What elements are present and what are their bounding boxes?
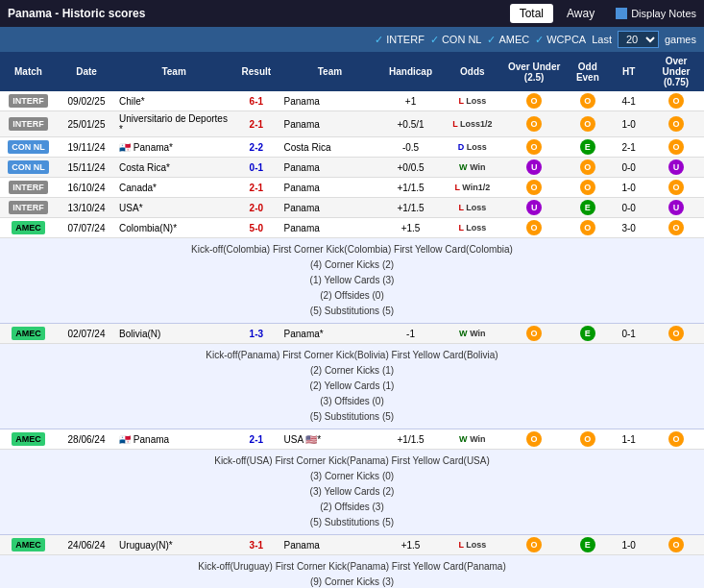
ou075-value: O: [648, 178, 704, 198]
ou25-value: O: [502, 91, 566, 111]
team1-name: 🇵🇦 Panama: [116, 429, 231, 450]
table-row: AMEC 24/06/24 Uruguay(N)* 3-1 Panama +1.…: [0, 535, 704, 555]
col-ou25: Over Under (2.5): [502, 52, 566, 91]
match-date: 09/02/25: [57, 91, 116, 111]
odd-even-value: E: [566, 535, 609, 555]
match-date: 15/11/24: [57, 158, 116, 178]
handicap-value: -1: [378, 324, 442, 344]
match-type: INTERF: [0, 91, 57, 111]
match-score: 2-0: [231, 198, 280, 218]
odds-value: W Win: [443, 158, 502, 178]
ou075-value: O: [648, 137, 704, 158]
odds-value: D Loss: [443, 137, 502, 158]
match-score: 5-0: [231, 218, 280, 238]
ou075-value: O: [648, 429, 704, 450]
ou075-value: O: [648, 91, 704, 111]
team2-name: Panama: [281, 178, 379, 198]
handicap-value: -0.5: [378, 137, 442, 158]
match-type: INTERF: [0, 178, 57, 198]
ou25-value: U: [502, 198, 566, 218]
ou25-value: O: [502, 218, 566, 238]
team2-name: Costa Rica: [281, 137, 379, 158]
col-odds: Odds: [443, 52, 502, 91]
col-team1: Team: [116, 52, 231, 91]
ou075-value: O: [648, 324, 704, 344]
filter-item-amec[interactable]: ✓ AMEC: [487, 34, 529, 46]
detail-row: Kick-off(Panama) First Corner Kick(Boliv…: [0, 344, 704, 429]
ou075-value: O: [648, 535, 704, 555]
ou075-value: O: [648, 218, 704, 238]
match-score: 1-3: [231, 324, 280, 344]
odds-value: L Loss: [443, 198, 502, 218]
match-type: INTERF: [0, 111, 57, 137]
filter-item-wcpca[interactable]: ✓ WCPCA: [535, 34, 586, 46]
match-score: 0-1: [231, 158, 280, 178]
tab-total[interactable]: Total: [510, 4, 553, 23]
filter-item-interf[interactable]: ✓ INTERF: [375, 34, 425, 46]
display-notes-toggle[interactable]: Display Notes: [616, 8, 696, 19]
match-type: AMEC: [0, 535, 57, 555]
match-date: 16/10/24: [57, 178, 116, 198]
detail-row: Kick-off(USA) First Corner Kick(Panama) …: [0, 450, 704, 535]
col-ou075: Over Under (0.75): [648, 52, 704, 91]
team2-name: Panama: [281, 91, 379, 111]
col-match: Match: [0, 52, 57, 91]
odds-value: W Win: [443, 429, 502, 450]
team1-name: Universitario de Deportes *: [116, 111, 231, 137]
odd-even-value: E: [566, 137, 609, 158]
match-type: AMEC: [0, 218, 57, 238]
table-row: AMEC 07/07/24 Colombia(N)* 5-0 Panama +1…: [0, 218, 704, 238]
team2-name: Panama: [281, 158, 379, 178]
col-date: Date: [57, 52, 116, 91]
match-date: 13/10/24: [57, 198, 116, 218]
odds-value: L Loss: [443, 218, 502, 238]
col-oe: Odd Even: [566, 52, 609, 91]
match-date: 28/06/24: [57, 429, 116, 450]
handicap-value: +0.5/1: [378, 111, 442, 137]
table-row: AMEC 28/06/24 🇵🇦 Panama 2-1 USA 🇺🇸* +1/1…: [0, 429, 704, 450]
main-table: Match Date Team Result Team Handicap Odd…: [0, 52, 704, 588]
team1-name: Bolivia(N): [116, 324, 231, 344]
match-type: AMEC: [0, 429, 57, 450]
odds-value: L Loss: [443, 91, 502, 111]
table-row: INTERF 13/10/24 USA* 2-0 Panama +1/1.5 L…: [0, 198, 704, 218]
handicap-value: +1.5: [378, 218, 442, 238]
odd-even-value: E: [566, 324, 609, 344]
odd-even-value: E: [566, 198, 609, 218]
match-score: 6-1: [231, 91, 280, 111]
match-score: 2-1: [231, 429, 280, 450]
tab-away[interactable]: Away: [557, 4, 604, 23]
ou25-value: O: [502, 137, 566, 158]
table-row: INTERF 25/01/25 Universitario de Deporte…: [0, 111, 704, 137]
odds-value: L Win1/2: [443, 178, 502, 198]
odds-value: L Loss: [443, 535, 502, 555]
handicap-value: +1/1.5: [378, 198, 442, 218]
ht-score: 2-1: [609, 137, 648, 158]
ht-score: 4-1: [609, 91, 648, 111]
ou25-value: U: [502, 158, 566, 178]
match-date: 19/11/24: [57, 137, 116, 158]
ou25-value: O: [502, 535, 566, 555]
ht-score: 3-0: [609, 218, 648, 238]
filter-bar: ✓ INTERF ✓ CON NL ✓ AMEC ✓ WCPCA Last 20…: [0, 27, 704, 52]
odd-even-value: O: [566, 429, 609, 450]
ht-score: 1-0: [609, 111, 648, 137]
table-row: AMEC 02/07/24 Bolivia(N) 1-3 Panama* -1 …: [0, 324, 704, 344]
match-score: 3-1: [231, 535, 280, 555]
odd-even-value: O: [566, 178, 609, 198]
table-row: INTERF 16/10/24 Canada* 2-1 Panama +1/1.…: [0, 178, 704, 198]
table-row: INTERF 09/02/25 Chile* 6-1 Panama +1 L L…: [0, 91, 704, 111]
ou075-value: U: [648, 198, 704, 218]
display-notes-checkbox[interactable]: [616, 8, 627, 19]
team1-name: Chile*: [116, 91, 231, 111]
ou25-value: O: [502, 111, 566, 137]
ou075-value: U: [648, 158, 704, 178]
odd-even-value: O: [566, 111, 609, 137]
filter-item-conl[interactable]: ✓ CON NL: [430, 34, 482, 46]
last-select[interactable]: 20105: [618, 31, 659, 48]
ht-score: 1-1: [609, 429, 648, 450]
ht-score: 1-0: [609, 535, 648, 555]
match-type: CON NL: [0, 137, 57, 158]
odd-even-value: O: [566, 158, 609, 178]
team2-name: Panama: [281, 535, 379, 555]
